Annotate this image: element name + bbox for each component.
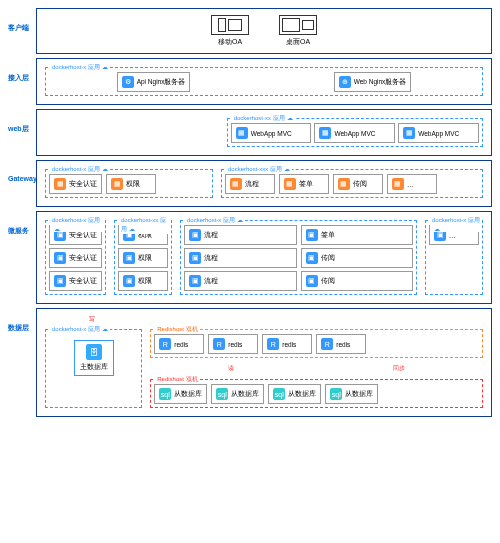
svc-icon: ▣	[306, 252, 318, 264]
access-content: dockerhost-x 应用☁ ⚙ Api Nginx服务器 ⊕ Web Ng…	[36, 58, 492, 105]
cloud-icon: ☁	[284, 165, 290, 172]
module-icon: ▦	[111, 178, 123, 190]
slave-db-4: sql从数据库	[325, 384, 378, 404]
svc-sign-1: ▣签单	[301, 225, 414, 245]
access-box-title: dockerhost-x 应用☁	[50, 63, 110, 72]
layer-data: 数据层 写 dockerhost-x 应用☁ 🗄 主数据库 Redishost …	[8, 308, 492, 417]
svc-box4-title: dockerhost-x 应用☁	[430, 216, 482, 232]
gw-more: ▦…	[387, 174, 437, 194]
gw-right-title: dockerhost-xxx 应用☁	[226, 165, 292, 174]
layer-label-access: 接入层	[8, 58, 36, 83]
webapp-icon: ▦	[319, 127, 331, 139]
redis-icon: R	[267, 338, 279, 350]
svc-icon: ▣	[306, 229, 318, 241]
nginx-icon: ⊕	[339, 76, 351, 88]
webapp-icon: ▦	[403, 127, 415, 139]
svc-auth-2: ▣安全认证	[49, 248, 102, 268]
svc-icon: ▣	[123, 275, 135, 287]
cloud-icon: ☁	[287, 114, 293, 121]
architecture-diagram: 客户端 移动OA 桌面OA 接入层 dockerhost-x 应用☁ ⚙ Api…	[0, 0, 500, 429]
svc-icon: ▣	[54, 275, 66, 287]
redis-master-title: Redishost 双机	[155, 325, 199, 334]
svc-icon: ▣	[189, 252, 201, 264]
svc-icon: ▣	[306, 275, 318, 287]
redis-1: Rredis	[154, 334, 204, 354]
master-db-box: dockerhost-x 应用☁ 🗄 主数据库	[45, 329, 142, 408]
desktop-oa-group: 桌面OA	[279, 15, 317, 47]
layer-label-data: 数据层	[8, 308, 36, 333]
module-icon: ▦	[338, 178, 350, 190]
module-icon: ▦	[230, 178, 242, 190]
mobile-devices-icon	[211, 15, 249, 35]
svc-box4: dockerhost-x 应用☁ ▣…	[425, 220, 483, 295]
svc-box2: dockerhost-xx 应用☁ ▣权限 ▣权限 ▣权限	[114, 220, 172, 295]
sql-icon: sql	[330, 388, 342, 400]
gw-perm: ▦权限	[106, 174, 156, 194]
master-db: 🗄 主数据库	[74, 340, 114, 376]
data-content: 写 dockerhost-x 应用☁ 🗄 主数据库 Redishost 双机 R…	[36, 308, 492, 417]
svc-icon: ▣	[189, 229, 201, 241]
redis-3: Rredis	[262, 334, 312, 354]
svc-perm-2: ▣权限	[118, 248, 168, 268]
svc-pass-2: ▣传阅	[301, 271, 414, 291]
svc-flow-2: ▣流程	[184, 248, 297, 268]
layer-access: 接入层 dockerhost-x 应用☁ ⚙ Api Nginx服务器 ⊕ We…	[8, 58, 492, 105]
svc-icon: ▣	[123, 252, 135, 264]
svc-auth-3: ▣安全认证	[49, 271, 102, 291]
redis-slave-title: Redishost 双机	[155, 375, 199, 384]
desktop-devices-icon	[279, 15, 317, 35]
layer-service: 微服务 dockerhost-x 应用☁ ▣安全认证 ▣安全认证 ▣安全认证 d…	[8, 211, 492, 304]
svc-icon: ▣	[54, 252, 66, 264]
svc-box1: dockerhost-x 应用☁ ▣安全认证 ▣安全认证 ▣安全认证	[45, 220, 106, 295]
svc-box3-title: dockerhost-x 应用☁	[185, 216, 245, 225]
svc-box3: dockerhost-x 应用☁ ▣流程 ▣流程 ▣流程 ▣签单 ▣传阅 ▣传阅	[180, 220, 417, 295]
slave-db-2: sql从数据库	[211, 384, 264, 404]
gw-right-box: dockerhost-xxx 应用☁ ▦流程 ▦签单 ▦传阅 ▦…	[221, 169, 483, 198]
cloud-icon: ☁	[434, 225, 440, 232]
label-read: 读	[228, 364, 234, 373]
svc-flow-3: ▣流程	[184, 271, 297, 291]
cloud-icon: ☁	[129, 225, 135, 232]
mobile-oa-group: 移动OA	[211, 15, 249, 47]
web-box-title: dockerhost-xx 应用☁	[232, 114, 295, 123]
gateway-content: dockerhost-x 应用☁ ▦安全认证 ▦权限 dockerhost-xx…	[36, 160, 492, 207]
master-box-title: dockerhost-x 应用☁	[50, 325, 110, 334]
webapp-mvc-1: ▦WebApp MVC	[231, 123, 312, 143]
web-nginx-box: ⊕ Web Nginx服务器	[334, 72, 412, 92]
module-icon: ▦	[392, 178, 404, 190]
webapp-mvc-3: ▦WebApp MVC	[398, 123, 479, 143]
layer-label-client: 客户端	[8, 8, 36, 33]
layer-label-web: web层	[8, 109, 36, 134]
module-icon: ▦	[54, 178, 66, 190]
web-docker-box: dockerhost-xx 应用☁ ▦WebApp MVC ▦WebApp MV…	[227, 118, 483, 147]
layer-web: web层 dockerhost-xx 应用☁ ▦WebApp MVC ▦WebA…	[8, 109, 492, 156]
layer-label-gateway: Gateway	[8, 160, 36, 182]
redis-icon: R	[159, 338, 171, 350]
nginx-icon: ⚙	[122, 76, 134, 88]
sql-icon: sql	[159, 388, 171, 400]
client-content: 移动OA 桌面OA	[36, 8, 492, 54]
sql-icon: sql	[273, 388, 285, 400]
gw-auth: ▦安全认证	[49, 174, 102, 194]
db-icon: 🗄	[86, 344, 102, 360]
slave-db-3: sql从数据库	[268, 384, 321, 404]
redis-icon: R	[213, 338, 225, 350]
svc-icon: ▣	[189, 275, 201, 287]
webapp-mvc-2: ▦WebApp MVC	[314, 123, 395, 143]
web-content: dockerhost-xx 应用☁ ▦WebApp MVC ▦WebApp MV…	[36, 109, 492, 156]
gw-left-title: dockerhost-x 应用☁	[50, 165, 110, 174]
gw-sign: ▦签单	[279, 174, 329, 194]
layer-label-service: 微服务	[8, 211, 36, 236]
redis-4: Rredis	[316, 334, 366, 354]
api-nginx-box: ⚙ Api Nginx服务器	[117, 72, 191, 92]
cloud-icon: ☁	[102, 325, 108, 332]
sql-icon: sql	[216, 388, 228, 400]
mobile-oa-label: 移动OA	[218, 37, 242, 47]
service-content: dockerhost-x 应用☁ ▣安全认证 ▣安全认证 ▣安全认证 docke…	[36, 211, 492, 304]
redis-icon: R	[321, 338, 333, 350]
svc-flow-1: ▣流程	[184, 225, 297, 245]
svc-box1-title: dockerhost-x 应用☁	[50, 216, 105, 232]
label-sync: 同步	[393, 364, 405, 373]
layer-gateway: Gateway dockerhost-x 应用☁ ▦安全认证 ▦权限 docke…	[8, 160, 492, 207]
redis-slave-box: Redishost 双机 sql从数据库 sql从数据库 sql从数据库 sql…	[150, 379, 483, 408]
